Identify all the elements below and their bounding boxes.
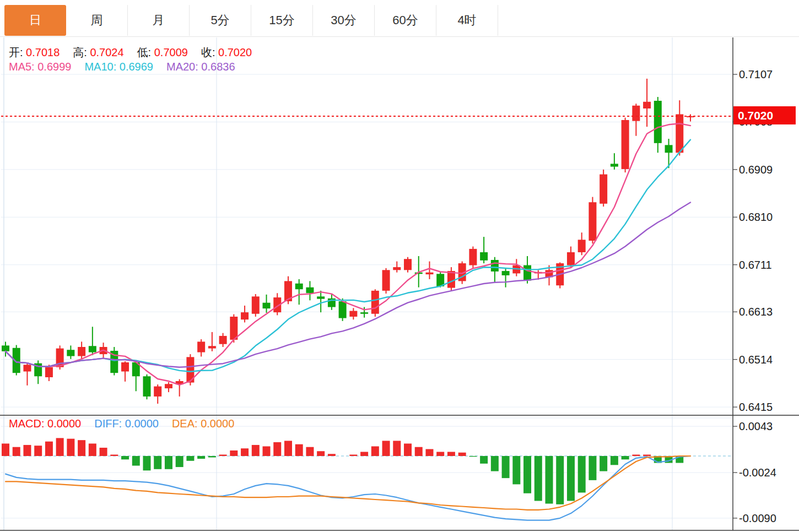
readout-item: 低: 0.7009 (137, 46, 188, 58)
readout-item: DIFF: 0.0000 (94, 417, 159, 430)
ma20-line (6, 202, 690, 367)
ma10-line (6, 140, 690, 372)
trading-chart-app: 日周月5分15分30分60分4时 开: 0.7018高: 0.7024低: 0.… (0, 0, 799, 532)
candles-layer (2, 79, 694, 404)
axis-tick-label: 0.7107 (739, 68, 773, 80)
macd-readout: MACD: 0.0000DIFF: 0.0000DEA: 0.0000 (9, 417, 247, 430)
price-axis-labels: 0.71070.70080.69090.68100.67110.66130.65… (733, 68, 776, 524)
readout-item: MACD: 0.0000 (9, 417, 81, 430)
readout-item: MA20: 0.6836 (166, 61, 235, 73)
axis-tick-label: 0.6909 (739, 164, 773, 176)
axis-tick-label: 0.6711 (739, 259, 772, 271)
last-price-value: 0.7020 (738, 109, 773, 122)
axis-tick-label: 0.6415 (739, 401, 773, 413)
ma5-line (6, 123, 690, 385)
chart-canvas[interactable]: 0.71070.70080.69090.68100.67110.66130.65… (0, 0, 799, 532)
axis-tick-label: -0.0090 (739, 512, 776, 524)
axis-tick-label: 0.6514 (739, 354, 773, 366)
readout-item: 高: 0.7024 (73, 46, 123, 58)
readout-item: 收: 0.7020 (201, 46, 252, 58)
axis-tick-label: 0.6810 (739, 211, 773, 223)
ohlc-readout: 开: 0.7018高: 0.7024低: 0.7009收: 0.7020 (9, 45, 265, 60)
axis-tick-label: 0.6613 (739, 306, 773, 318)
readout-item: DEA: 0.0000 (172, 417, 234, 430)
dea-line (6, 456, 690, 510)
readout-item: MA10: 0.6969 (84, 61, 153, 73)
last-price-tag: 0.7020 (733, 106, 796, 124)
ma-readout: MA5: 0.6999MA10: 0.6969MA20: 0.6836 (9, 61, 249, 73)
axis-tick-label: 0.0043 (739, 420, 773, 432)
readout-item: MA5: 0.6999 (9, 61, 71, 73)
axis-tick-label: -0.0024 (739, 466, 776, 479)
macd-histogram (2, 438, 683, 504)
readout-item: 开: 0.7018 (9, 46, 60, 58)
